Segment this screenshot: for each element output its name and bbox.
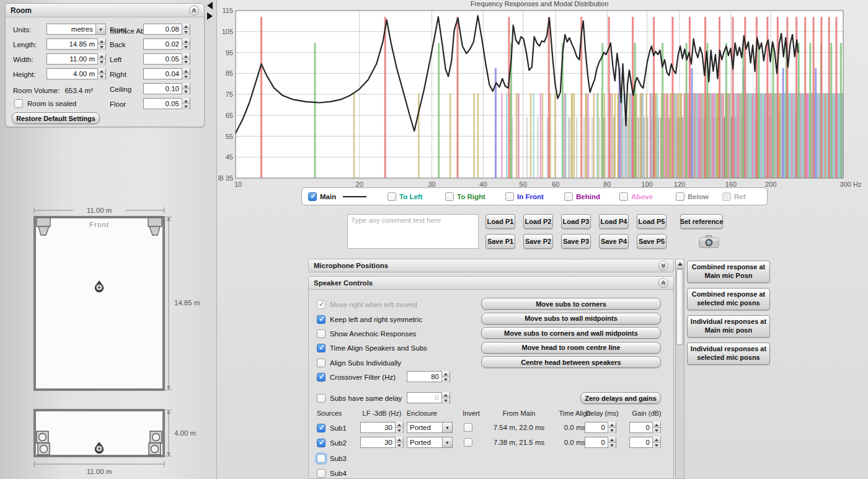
room-simulator-window: { "room_panel": { "title": "Room", "unit…	[0, 0, 868, 479]
screenshot-camera-button[interactable]	[698, 234, 720, 249]
field-crossover-filter-hz--value: 80	[407, 373, 441, 380]
sub2-delay-field-stepper[interactable]	[608, 437, 616, 448]
save-preset-button-p1[interactable]: Save P1	[485, 234, 515, 249]
legend-checkbox-in-front[interactable]	[505, 192, 514, 201]
sub1-label: Sub1	[330, 424, 347, 432]
sub1-lf-field[interactable]: 30	[360, 422, 404, 433]
sub3-enable-checkbox[interactable]	[317, 454, 326, 463]
svg-text:dB 35: dB 35	[218, 174, 233, 182]
sub2-lf-field[interactable]: 30	[360, 437, 404, 448]
sub4-enable-checkbox[interactable]	[317, 469, 326, 478]
source-row-sub1: Sub1	[317, 423, 347, 434]
sub1-gain-field[interactable]: 0	[629, 422, 661, 433]
action-button-move-subs-to-wall-midpoints[interactable]: Move subs to wall midpoints	[481, 313, 661, 325]
sub2-gain-field[interactable]: 0	[629, 437, 661, 448]
sub2-enable-checkbox[interactable]	[317, 439, 326, 447]
sub4-label: Sub4	[330, 470, 347, 477]
scroll-up-icon[interactable]	[676, 259, 684, 269]
sub2-gain-field-stepper[interactable]	[652, 437, 660, 448]
panel-scrollbar[interactable]	[675, 259, 684, 479]
legend-checkbox-main[interactable]	[308, 192, 317, 201]
sub2-gain-field-value: 0	[630, 439, 652, 446]
speaker-controls-header[interactable]: Speaker Controls	[309, 277, 673, 290]
sub1-enable-checkbox[interactable]	[317, 424, 326, 432]
dropdown-arrow-icon[interactable]: ▼	[442, 437, 452, 447]
save-preset-button-p5[interactable]: Save P5	[637, 234, 666, 249]
sub2-delay-field-value: 0	[585, 439, 608, 446]
action-button-move-subs-to-corners-and-wall-midpoints[interactable]: Move subs to corners and wall midpoints	[481, 327, 661, 339]
field-crossover-filter-hz-[interactable]: 80	[407, 371, 450, 382]
legend-checkbox-to-right[interactable]	[445, 192, 454, 201]
zero-delays-gains-button[interactable]: Zero delays and gains	[580, 392, 661, 404]
left-sub-side-view[interactable]	[37, 431, 50, 455]
field-subs-have-same-delay-value: 0	[407, 394, 441, 401]
legend-item-above: Above	[619, 192, 676, 201]
sub1-gain-field-stepper[interactable]	[652, 422, 660, 433]
legend-checkbox-behind[interactable]	[564, 192, 573, 201]
dropdown-arrow-icon[interactable]: ▼	[442, 423, 452, 432]
sub1-delay-field-stepper[interactable]	[608, 422, 616, 433]
legend-label: Ref	[734, 193, 746, 200]
load-preset-button-p4[interactable]: Load P4	[599, 214, 629, 229]
legend-checkbox-below[interactable]	[676, 192, 684, 201]
field-subs-have-same-delay-stepper[interactable]	[441, 392, 450, 403]
set-reference-button[interactable]: Set reference	[680, 214, 723, 229]
legend-checkbox-above[interactable]	[619, 192, 628, 201]
field-crossover-filter-hz--stepper[interactable]	[441, 371, 450, 382]
checkbox-keep-left-and-right-symmetric[interactable]	[317, 315, 326, 324]
action-button-centre-head-between-speakers[interactable]: Centre head between speakers	[481, 356, 661, 368]
load-preset-button-p3[interactable]: Load P3	[561, 214, 591, 229]
svg-text:85: 85	[226, 69, 233, 77]
expand-microphone-panel-button[interactable]	[658, 261, 668, 271]
frequency-response-chart[interactable]: 115105958575655545dB 3510203040506080100…	[218, 0, 868, 190]
save-preset-button-p3[interactable]: Save P3	[561, 234, 591, 249]
sub2-invert-checkbox[interactable]	[464, 438, 472, 447]
field-subs-have-same-delay[interactable]: 0	[407, 392, 450, 403]
sub2-enclosure-dropdown[interactable]: Ported▼	[407, 437, 453, 448]
load-preset-button-p1[interactable]: Load P1	[485, 214, 515, 229]
sub1-delay-field[interactable]: 0	[585, 422, 616, 433]
svg-text:75: 75	[226, 91, 233, 98]
checkbox-align-subs-individually[interactable]	[317, 359, 326, 367]
response-buttons-column: Combined response atMain mic PosnCombine…	[687, 261, 770, 365]
collapse-sidebar-icon[interactable]	[207, 2, 213, 9]
expand-sidebar-icon[interactable]	[207, 12, 213, 20]
checkbox-show-anechoic-responses[interactable]	[317, 329, 326, 338]
sub2-lf-field-value: 30	[361, 439, 395, 446]
panel-splitter[interactable]	[207, 2, 215, 24]
sub1-enclosure-dropdown[interactable]: Ported▼	[407, 422, 453, 433]
sub2-from-main-value: 7.38 m, 21.5 ms	[484, 437, 554, 448]
checkbox-subs-have-same-delay[interactable]	[317, 394, 326, 403]
checkbox-time-align-speakers-and-subs[interactable]	[317, 344, 326, 352]
response-button-combined-response-at-main-mic-posn[interactable]: Combined response atMain mic Posn	[687, 261, 770, 283]
legend-checkbox-ref[interactable]	[722, 192, 731, 201]
legend-label: Main	[320, 193, 336, 200]
sub1-lf-field-stepper[interactable]	[395, 422, 403, 433]
response-button-combined-response-at-selected-mic-posns[interactable]: Combined response atselected mic posns	[687, 288, 770, 310]
microphone-positions-header[interactable]: Microphone Positions	[309, 259, 673, 272]
main-trace-line-sample	[343, 196, 366, 197]
speaker-option-row: Show Anechoic Responses	[317, 328, 416, 339]
load-preset-button-p2[interactable]: Load P2	[523, 214, 553, 229]
right-sub-side-view[interactable]	[149, 431, 162, 455]
svg-text:300 Hz: 300 Hz	[840, 181, 862, 188]
response-button-individual-responses-at-main-mic-posn[interactable]: Individual responses atMain mic posn	[687, 315, 770, 338]
sub2-lf-field-stepper[interactable]	[395, 437, 403, 448]
comment-input[interactable]	[347, 214, 479, 249]
save-preset-button-p4[interactable]: Save P4	[599, 234, 629, 249]
action-button-move-subs-to-corners[interactable]: Move subs to corners	[481, 298, 661, 310]
legend-checkbox-to-left[interactable]	[388, 192, 396, 201]
save-preset-button-p2[interactable]: Save P2	[523, 234, 553, 249]
sub2-delay-field[interactable]: 0	[585, 437, 616, 448]
collapse-speaker-panel-button[interactable]	[658, 278, 668, 288]
action-button-move-head-to-room-centre-line[interactable]: Move head to room centre line	[481, 342, 661, 354]
save-preset-row: Save P1Save P2Save P3Save P4Save P5	[485, 234, 666, 249]
top-view-room[interactable]	[35, 217, 164, 390]
side-view-width-dimension	[34, 461, 164, 467]
legend-label: To Right	[457, 193, 485, 200]
scrollbar-thumb[interactable]	[676, 269, 683, 345]
load-preset-button-p5[interactable]: Load P5	[637, 214, 666, 229]
checkbox-crossover-filter-hz-[interactable]	[317, 373, 326, 382]
sub1-invert-checkbox[interactable]	[464, 423, 472, 432]
response-button-individual-responses-at-selected-mic-posns[interactable]: Individual responses atselected mic posn…	[687, 342, 770, 365]
